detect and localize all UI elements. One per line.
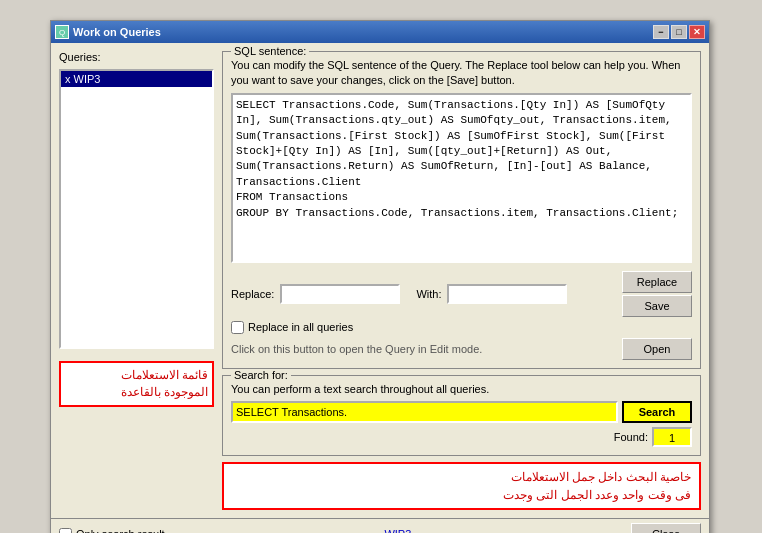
replace-row: Replace: With: Replace Save [231,271,692,317]
left-annotation: قائمة الاستعلامات الموجودة بالقاعدة [59,361,214,407]
sql-group-title: SQL sentence: [231,45,309,57]
save-button[interactable]: Save [622,295,692,317]
query-item-wip3[interactable]: x WIP3 [61,71,212,87]
window-body: Queries: x WIP3 قائمة الاستعلامات الموجو… [51,43,709,518]
query-name: WIP3 [74,73,101,85]
replace-button[interactable]: Replace [622,271,692,293]
bottom-annotation: خاصية البحث داخل جمل الاستعلامات فى وقت … [222,462,701,510]
search-group-title: Search for: [231,369,291,381]
close-footer-button[interactable]: Close [631,523,701,533]
search-button[interactable]: Search [622,401,692,423]
query-prefix: x [65,73,71,85]
left-annotation-line1: قائمة الاستعلامات [65,367,208,384]
sql-textarea[interactable] [231,93,692,263]
queries-label: Queries: [59,51,214,63]
left-panel: Queries: x WIP3 قائمة الاستعلامات الموجو… [59,51,214,510]
left-annotation-line2: الموجودة بالقاعدة [65,384,208,401]
bottom-annotation-line2: فى وقت واحد وعدد الجمل التى وجدت [232,486,691,504]
window-footer: Only search result WIP3 Close [51,518,709,533]
sql-description: You can modify the SQL sentence of the Q… [231,58,692,89]
replace-all-checkbox[interactable] [231,321,244,334]
found-label: Found: [614,431,648,443]
minimize-button[interactable]: − [653,25,669,39]
window-icon: Q [55,25,69,39]
close-window-button[interactable]: ✕ [689,25,705,39]
search-group-box: Search for: You can perform a text searc… [222,375,701,456]
sql-group-box: SQL sentence: You can modify the SQL sen… [222,51,701,369]
replace-input[interactable] [280,284,400,304]
right-panel: SQL sentence: You can modify the SQL sen… [222,51,701,510]
replace-all-row: Replace in all queries [231,321,692,334]
work-on-queries-window: Q Work on Queries − □ ✕ Queries: x WIP3 [50,20,710,533]
queries-list: x WIP3 [59,69,214,349]
title-bar: Q Work on Queries − □ ✕ [51,21,709,43]
found-value: 1 [652,427,692,447]
bottom-annotation-line1: خاصية البحث داخل جمل الاستعلامات [232,468,691,486]
search-input[interactable] [231,401,618,423]
window-title: Work on Queries [73,26,161,38]
open-button[interactable]: Open [622,338,692,360]
found-row: Found: 1 [231,427,692,447]
only-search-checkbox[interactable] [59,528,72,533]
search-row: Search [231,401,692,423]
with-label: With: [416,288,441,300]
only-search-label: Only search result [76,528,165,533]
maximize-button[interactable]: □ [671,25,687,39]
replace-all-label: Replace in all queries [248,321,353,333]
search-description: You can perform a text search throughout… [231,382,692,397]
wip-link[interactable]: WIP3 [384,528,411,533]
title-buttons: − □ ✕ [653,25,705,39]
only-search-row: Only search result [59,528,165,533]
edit-description: Click on this button to open the Query i… [231,343,614,355]
replace-label: Replace: [231,288,274,300]
with-input[interactable] [447,284,567,304]
